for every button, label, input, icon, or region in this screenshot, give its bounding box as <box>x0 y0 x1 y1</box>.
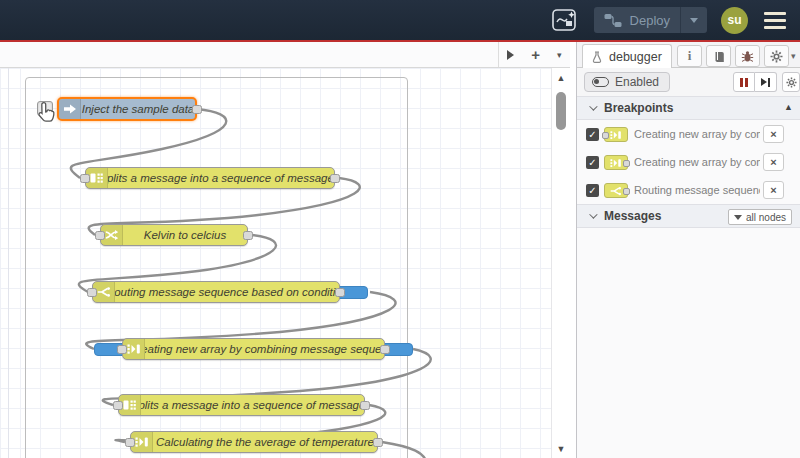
step-button[interactable] <box>755 72 777 92</box>
output-port[interactable] <box>335 288 345 297</box>
gear-icon <box>770 50 783 63</box>
change-node-icon <box>105 229 118 241</box>
debugger-settings-button[interactable] <box>782 72 800 92</box>
flow-tabbar: + ▾ <box>0 42 570 68</box>
inject-trigger-button[interactable] <box>37 101 53 116</box>
breakpoint-row: ✓Creating new array by combining message… <box>577 120 800 148</box>
output-port[interactable] <box>192 105 202 114</box>
flask-icon <box>591 51 603 64</box>
tab-debugger-label: debugger <box>609 50 662 64</box>
flow-node-join[interactable]: Calculating the the average of temperatu… <box>130 431 378 453</box>
debugger-toolbar: Enabled <box>577 68 800 96</box>
messages-title: Messages <box>604 209 661 223</box>
gear-icon <box>786 77 797 88</box>
messages-filter-button[interactable]: all nodes <box>728 209 792 225</box>
messages-section-header[interactable]: Messages all nodes <box>577 204 800 228</box>
breakpoint-label: Creating new array by combining message … <box>634 128 760 140</box>
flow-sparkle-icon <box>551 7 579 33</box>
node-label: Routing message sequence based on condit… <box>115 282 339 302</box>
node-icon-region <box>59 99 81 119</box>
breakpoint-checkbox[interactable]: ✓ <box>586 156 599 169</box>
more-tabs-button[interactable]: ▾ <box>791 51 796 61</box>
split-node-icon <box>123 399 136 411</box>
book-icon <box>713 50 725 63</box>
flow-node-inject[interactable]: Inject the sample data <box>57 97 197 121</box>
output-port[interactable] <box>360 401 370 410</box>
tab-debugger[interactable]: debugger <box>582 44 672 69</box>
breakpoints-list: ✓Creating new array by combining message… <box>577 120 800 204</box>
deploy-button[interactable]: Deploy <box>594 7 707 33</box>
scroll-up-icon[interactable]: ▲ <box>552 73 570 83</box>
breakpoint-checkbox[interactable]: ✓ <box>586 128 599 141</box>
input-port[interactable] <box>95 231 105 240</box>
join-node-icon <box>610 130 621 140</box>
deploy-options-button[interactable] <box>680 7 707 33</box>
join-node-icon <box>127 343 140 355</box>
flow-node-split[interactable]: Splits a message into a sequence of mess… <box>118 394 365 416</box>
scrollbar-thumb[interactable] <box>556 92 566 130</box>
menu-bar-icon <box>764 19 786 22</box>
switch-node-icon <box>610 186 621 196</box>
tab-scroll-right-icon[interactable] <box>507 50 514 60</box>
node-label: Splits a message into a sequence of mess… <box>141 395 364 415</box>
output-port[interactable] <box>243 231 253 240</box>
input-port[interactable] <box>80 174 90 183</box>
flow-assistant-button[interactable] <box>550 6 580 34</box>
tab-info[interactable]: i <box>677 45 702 67</box>
input-port[interactable] <box>87 288 97 297</box>
output-port[interactable] <box>330 174 340 183</box>
filter-icon <box>734 215 742 220</box>
info-icon: i <box>688 48 692 64</box>
bug-icon <box>741 50 754 63</box>
chevron-down-icon <box>589 210 597 218</box>
node-label: Splits a message into a sequence of mess… <box>108 168 334 188</box>
remove-breakpoint-button[interactable]: × <box>763 181 784 199</box>
user-avatar[interactable]: su <box>721 7 748 34</box>
switch-node-icon <box>97 286 110 298</box>
pause-button[interactable] <box>733 72 755 92</box>
mini-node-icon-switch <box>604 183 628 198</box>
tab-config-nodes[interactable] <box>764 45 789 67</box>
input-port[interactable] <box>113 401 123 410</box>
sidebar-splitter[interactable] <box>570 42 577 458</box>
breakpoints-section-header[interactable]: Breakpoints ▲ <box>577 96 800 120</box>
pause-icon <box>740 78 748 87</box>
input-port[interactable] <box>125 438 135 447</box>
flow-node-split[interactable]: Splits a message into a sequence of mess… <box>85 167 335 189</box>
breakpoint-checkbox[interactable]: ✓ <box>586 184 599 197</box>
output-port[interactable] <box>380 345 390 354</box>
filter-label: all nodes <box>746 212 786 223</box>
mini-node-icon-join <box>604 127 628 142</box>
scroll-down-icon[interactable]: ▼ <box>552 444 570 454</box>
tab-help[interactable] <box>706 45 731 67</box>
output-port[interactable] <box>373 438 383 447</box>
tab-debug-messages[interactable] <box>735 45 760 67</box>
flow-node-switch[interactable]: Routing message sequence based on condit… <box>92 281 340 303</box>
sidebar-tabbar: debugger i <box>577 42 800 68</box>
deploy-label: Deploy <box>630 13 670 28</box>
menu-bar-icon <box>764 12 786 15</box>
add-flow-button[interactable]: + <box>531 47 540 62</box>
flow-list-button[interactable]: ▾ <box>557 50 562 60</box>
list-scroll-up-icon[interactable]: ▲ <box>784 102 793 112</box>
debugger-enabled-toggle[interactable]: Enabled <box>584 72 670 92</box>
join-node-icon <box>135 436 148 448</box>
node-red-app: Deploy su + ▾ Inject the sample dataSpli… <box>0 0 800 458</box>
remove-breakpoint-button[interactable]: × <box>763 125 784 143</box>
mini-port <box>623 188 630 195</box>
input-port[interactable] <box>117 345 127 354</box>
toggle-icon <box>592 77 609 87</box>
canvas-scrollbar[interactable]: ▲ ▼ <box>552 68 570 458</box>
node-label: Creating new array by combining message … <box>145 339 384 359</box>
remove-breakpoint-button[interactable]: × <box>763 153 784 171</box>
chevron-down-icon <box>589 102 597 110</box>
mini-port <box>602 132 609 139</box>
flow-node-change[interactable]: Kelvin to celcius <box>100 224 248 246</box>
enabled-label: Enabled <box>615 75 659 89</box>
flow-node-join[interactable]: Creating new array by combining message … <box>122 338 385 360</box>
main-menu-button[interactable] <box>762 8 788 33</box>
debug-sidebar: debugger i <box>577 42 800 458</box>
flow-canvas[interactable]: Inject the sample dataSplits a message i… <box>0 68 552 458</box>
chevron-down-icon <box>690 18 698 23</box>
breakpoint-row: ✓Routing message sequence based on condi… <box>577 176 800 204</box>
